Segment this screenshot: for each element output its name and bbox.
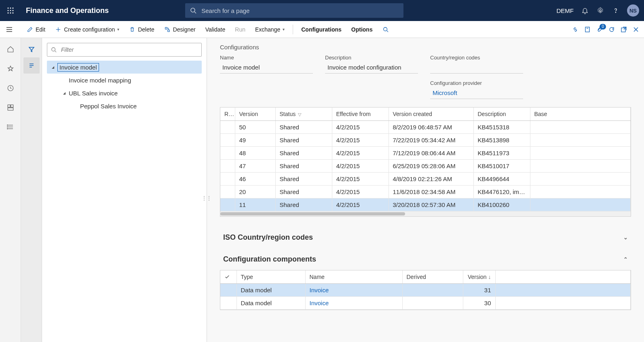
svg-rect-19 xyxy=(168,30,169,31)
search-icon xyxy=(190,7,196,14)
search-icon xyxy=(382,26,389,33)
search-input[interactable] xyxy=(185,3,403,18)
configurations-tab[interactable]: Configurations xyxy=(297,24,346,35)
components-grid: Type Name Derived Version Data modelInvo… xyxy=(220,270,631,310)
tree-item[interactable]: Invoice model mapping xyxy=(47,74,202,87)
company-selector[interactable]: DEMF xyxy=(556,7,574,14)
table-row[interactable]: Data modelInvoice31 xyxy=(220,284,631,297)
svg-point-1 xyxy=(10,8,11,9)
hamburger-icon[interactable] xyxy=(6,26,13,33)
recent-icon[interactable] xyxy=(2,80,19,96)
table-row[interactable]: 50Shared4/2/20158/2/2019 06:48:57 AMKB45… xyxy=(220,121,631,134)
star-icon[interactable] xyxy=(2,61,19,77)
app-title: Finance and Operations xyxy=(26,6,109,15)
trash-icon xyxy=(129,26,135,33)
app-launcher-icon[interactable] xyxy=(5,5,16,16)
create-config-button[interactable]: Create configuration ▾ xyxy=(51,24,123,35)
field-description: Description Invoice model configuration xyxy=(325,55,418,99)
action-bar: Edit Create configuration ▾ Delete Desig… xyxy=(0,21,644,38)
country-value[interactable] xyxy=(430,62,523,74)
field-name: Name Invoice model xyxy=(220,55,313,99)
attach-badge: 0 xyxy=(600,24,606,30)
edit-button[interactable]: Edit xyxy=(23,24,49,35)
col-version[interactable]: Version xyxy=(235,108,275,121)
svg-point-20 xyxy=(383,27,387,31)
tree-filter-input[interactable] xyxy=(47,43,202,57)
user-avatar[interactable]: NS xyxy=(627,4,639,17)
close-icon[interactable] xyxy=(633,26,639,33)
desc-value[interactable]: Invoice model configuration xyxy=(325,62,418,74)
table-row[interactable]: 11Shared4/2/20153/20/2018 02:57:30 AMKB4… xyxy=(220,198,631,211)
col-status[interactable]: Status▽ xyxy=(275,108,332,121)
h-scrollbar[interactable] xyxy=(220,211,631,216)
svg-point-7 xyxy=(10,13,11,14)
bell-icon[interactable] xyxy=(581,6,589,15)
col-version[interactable]: Version xyxy=(463,270,495,284)
designer-button[interactable]: Designer xyxy=(160,24,200,35)
svg-point-3 xyxy=(8,10,9,11)
pencil-icon xyxy=(27,26,33,33)
table-row[interactable]: Data modelInvoice30 xyxy=(220,297,631,310)
svg-line-41 xyxy=(55,51,57,53)
col-base[interactable]: Base xyxy=(530,108,631,121)
section-components[interactable]: Configuration components ⌃ xyxy=(220,248,631,270)
main-content: Configurations Name Invoice model Descri… xyxy=(207,38,644,342)
table-row[interactable]: 20Shared4/2/201511/6/2018 02:34:58 AMKB4… xyxy=(220,186,631,198)
gear-icon[interactable] xyxy=(596,6,604,15)
workspace-icon[interactable] xyxy=(2,99,19,116)
svg-line-10 xyxy=(194,12,196,13)
tree-item-label: Peppol Sales Invoice xyxy=(80,103,137,110)
splitter-handle[interactable]: ⋮⋮ xyxy=(205,190,208,206)
global-search xyxy=(185,3,403,18)
body-layout: ◢Invoice modelInvoice model mapping◢UBL … xyxy=(0,38,644,342)
table-row[interactable]: 48Shared4/2/20157/12/2019 08:06:44 AMKB4… xyxy=(220,147,631,160)
tree-item-label: UBL Sales invoice xyxy=(69,90,118,97)
svg-point-11 xyxy=(600,10,602,12)
link-icon[interactable] xyxy=(572,26,579,33)
col-type[interactable]: Type xyxy=(236,270,305,284)
section-iso[interactable]: ISO Country/region codes ⌄ xyxy=(220,226,631,248)
validate-button[interactable]: Validate xyxy=(201,24,230,35)
exchange-button[interactable]: Exchange ▾ xyxy=(251,24,289,35)
tree-item[interactable]: Peppol Sales Invoice xyxy=(47,99,202,112)
tree-item[interactable]: ◢UBL Sales invoice xyxy=(47,87,202,99)
svg-point-35 xyxy=(7,127,8,127)
svg-point-34 xyxy=(7,125,8,126)
table-row[interactable]: 46Shared4/2/20154/8/2019 02:21:26 AMKB44… xyxy=(220,173,631,186)
svg-point-9 xyxy=(191,8,195,12)
col-derived[interactable]: Derived xyxy=(402,270,463,284)
col-created[interactable]: Version created xyxy=(389,108,473,121)
home-icon[interactable] xyxy=(2,41,19,57)
col-desc[interactable]: Description xyxy=(473,108,530,121)
office-icon[interactable] xyxy=(584,26,591,33)
separator xyxy=(293,25,293,34)
svg-rect-18 xyxy=(165,27,167,29)
field-country: Country/region codes xyxy=(430,55,523,74)
col-check[interactable] xyxy=(220,270,236,284)
delete-button[interactable]: Delete xyxy=(125,24,158,35)
tree-item[interactable]: ◢Invoice model xyxy=(47,61,202,74)
component-name-link[interactable]: Invoice xyxy=(305,284,402,297)
table-row[interactable]: 49Shared4/2/20157/22/2019 05:34:42 AMKB4… xyxy=(220,134,631,147)
name-value[interactable]: Invoice model xyxy=(220,62,313,74)
col-effective[interactable]: Effective from xyxy=(332,108,389,121)
search-action-button[interactable] xyxy=(378,24,393,35)
popout-icon[interactable] xyxy=(621,26,627,33)
related-info-icon[interactable] xyxy=(23,57,40,74)
col-r[interactable]: R... xyxy=(220,108,235,121)
col-name[interactable]: Name xyxy=(305,270,402,284)
options-tab[interactable]: Options xyxy=(347,24,377,35)
attach-icon[interactable]: 0 xyxy=(596,26,603,33)
caret-icon: ◢ xyxy=(61,91,67,95)
help-icon[interactable] xyxy=(612,6,620,15)
tree-item-label: Invoice model xyxy=(57,63,99,72)
table-row[interactable]: 47Shared4/2/20156/25/2019 05:28:06 AMKB4… xyxy=(220,160,631,173)
chevron-down-icon: ⌄ xyxy=(623,234,628,241)
component-name-link[interactable]: Invoice xyxy=(305,297,402,310)
versions-grid: R... Version Status▽ Effective from Vers… xyxy=(220,107,631,217)
nav-rail xyxy=(0,38,21,342)
modules-icon[interactable] xyxy=(2,119,19,135)
provider-link[interactable]: Microsoft xyxy=(430,88,523,99)
refresh-icon[interactable] xyxy=(608,26,615,33)
filter-pane-icon[interactable] xyxy=(23,41,40,57)
